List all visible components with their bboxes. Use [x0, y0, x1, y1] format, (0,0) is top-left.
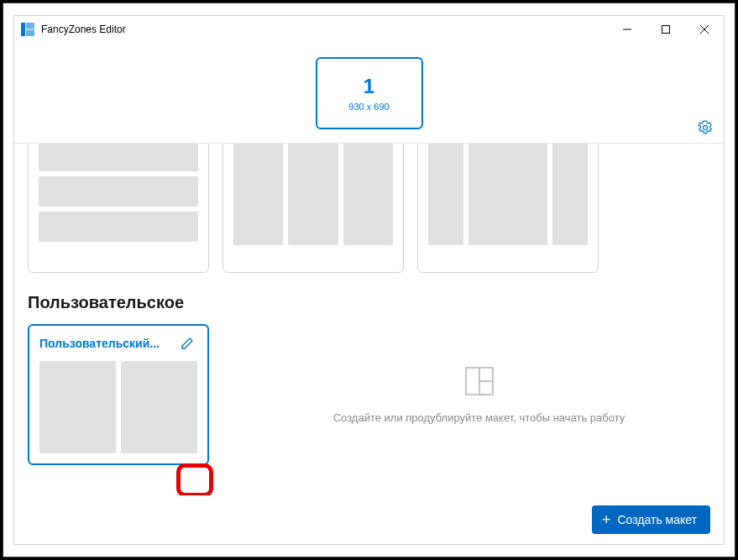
custom-layout-name: Пользовательский... — [39, 337, 160, 350]
app-icon — [21, 23, 34, 36]
layout-placeholder-icon — [464, 366, 495, 396]
monitor-resolution: 930 x 690 — [348, 102, 389, 112]
close-button[interactable] — [685, 16, 724, 43]
template-preview — [39, 144, 198, 245]
window-title: FancyZones Editor — [41, 24, 608, 35]
template-card-columns[interactable]: Сетка — [222, 144, 404, 273]
monitor-selector: 1 930 x 690 — [14, 43, 724, 144]
custom-layout-preview — [39, 358, 197, 453]
svg-rect-0 — [21, 23, 25, 36]
svg-rect-4 — [662, 26, 670, 34]
svg-rect-1 — [26, 23, 34, 29]
template-card-rows[interactable]: Строки — [28, 144, 209, 273]
create-layout-button[interactable]: + Создать макет — [592, 505, 710, 534]
settings-button[interactable] — [697, 119, 714, 136]
monitor-number: 1 — [364, 75, 374, 98]
edit-layout-button[interactable] — [177, 334, 197, 353]
templates-row: Строки Сетка — [28, 144, 710, 273]
empty-state: Создайте или продублируйте макет, чтобы … — [222, 324, 710, 465]
footer: + Создать макет — [14, 495, 724, 544]
empty-state-text: Создайте или продублируйте макет, чтобы … — [333, 411, 625, 424]
titlebar: FancyZones Editor — [14, 16, 724, 43]
content-area: Строки Сетка — [14, 144, 724, 495]
window-controls — [608, 16, 724, 43]
minimize-button[interactable] — [608, 16, 646, 43]
svg-point-7 — [704, 126, 708, 130]
template-preview — [428, 144, 588, 245]
annotation-highlight — [176, 463, 213, 495]
app-window: FancyZones Editor 1 930 x 690 — [13, 15, 725, 545]
create-layout-label: Создать макет — [617, 513, 697, 526]
template-card-priority[interactable]: Сетка приоритетов — [417, 144, 599, 273]
maximize-button[interactable] — [646, 16, 685, 43]
plus-icon: + — [602, 512, 611, 527]
template-preview — [233, 144, 393, 245]
custom-section-title: Пользовательское — [28, 293, 710, 312]
svg-rect-2 — [26, 30, 34, 37]
monitor-card-1[interactable]: 1 930 x 690 — [316, 57, 423, 129]
custom-layout-card[interactable]: Пользовательский... — [28, 324, 209, 465]
custom-layouts-row: Пользовательский... Созда — [28, 324, 710, 465]
